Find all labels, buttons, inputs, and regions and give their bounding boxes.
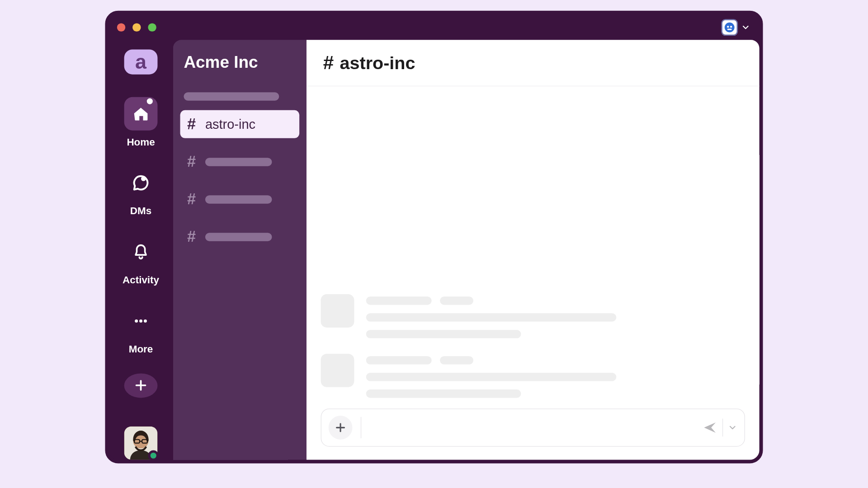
- rail-item-home[interactable]: Home: [124, 97, 158, 148]
- channel-name: astro-inc: [205, 117, 255, 132]
- channel-header-title: astro-inc: [340, 53, 415, 73]
- current-user-avatar[interactable]: [124, 427, 158, 460]
- channel-placeholder: [184, 92, 279, 100]
- home-icon-container: [124, 97, 158, 130]
- rail-label-activity: Activity: [123, 274, 159, 286]
- titlebar: [108, 14, 759, 40]
- message-input[interactable]: [370, 421, 694, 434]
- rail-item-activity[interactable]: Activity: [123, 235, 159, 286]
- message-line-placeholder: [366, 373, 617, 381]
- window-minimize-button[interactable]: [132, 23, 141, 31]
- message-time-placeholder: [440, 296, 473, 305]
- rail-item-more[interactable]: More: [124, 304, 158, 355]
- plus-icon: [133, 378, 148, 393]
- activity-icon-container: [124, 235, 158, 268]
- home-icon: [132, 104, 150, 122]
- message-composer: [321, 408, 745, 446]
- plus-icon: [334, 421, 347, 434]
- message-line-placeholder: [366, 330, 521, 338]
- chevron-down-icon: [741, 22, 750, 32]
- app-window: a Home: [105, 11, 763, 464]
- svg-point-5: [135, 319, 138, 322]
- chevron-down-icon: [728, 423, 737, 432]
- message-avatar-placeholder: [321, 294, 354, 328]
- conversation-pane: # astro-inc: [307, 40, 760, 460]
- workspace-tile-letter: a: [135, 50, 146, 73]
- svg-point-0: [725, 22, 735, 32]
- channel-name-placeholder: [205, 195, 272, 203]
- svg-point-1: [727, 25, 729, 27]
- dms-icon-container: [124, 166, 158, 199]
- message-line-placeholder: [366, 313, 617, 321]
- channel-name-placeholder: [205, 233, 272, 241]
- channel-name-placeholder: [205, 158, 272, 166]
- hash-icon: #: [186, 227, 197, 246]
- window-zoom-button[interactable]: [148, 23, 156, 31]
- message-placeholder: [321, 354, 745, 398]
- window-close-button[interactable]: [117, 23, 125, 31]
- channel-row-placeholder[interactable]: #: [180, 223, 300, 251]
- message-name-placeholder: [366, 296, 432, 305]
- channel-row-placeholder[interactable]: #: [180, 185, 300, 213]
- svg-rect-3: [727, 28, 732, 30]
- more-icon-container: [124, 304, 158, 338]
- nav-rail: a Home: [108, 40, 173, 460]
- svg-point-4: [141, 176, 146, 181]
- rail-label-home: Home: [127, 136, 155, 148]
- channel-sidebar: Acme Inc # astro-inc # # #: [173, 40, 307, 460]
- chat-bubble-icon: [132, 174, 150, 192]
- channel-list: # astro-inc # # #: [180, 92, 300, 251]
- send-button[interactable]: [702, 420, 717, 435]
- message-time-placeholder: [440, 356, 473, 364]
- hash-icon: #: [186, 115, 197, 133]
- send-icon: [702, 420, 717, 435]
- rail-label-dms: DMs: [130, 205, 151, 217]
- window-controls: [117, 23, 156, 31]
- bot-icon: [724, 22, 735, 33]
- bell-icon: [132, 243, 150, 261]
- svg-point-7: [144, 319, 147, 322]
- workspace-name[interactable]: Acme Inc: [180, 53, 300, 72]
- integration-menu-chevron[interactable]: [738, 22, 753, 32]
- message-placeholder: [321, 294, 745, 338]
- hash-icon: #: [186, 152, 197, 171]
- channel-row-selected[interactable]: # astro-inc: [180, 110, 300, 138]
- message-list: [307, 86, 760, 408]
- channel-row-placeholder[interactable]: #: [180, 148, 300, 176]
- home-unread-badge: [147, 98, 153, 104]
- workspace-tile[interactable]: a: [124, 49, 158, 74]
- presence-indicator-online: [148, 450, 159, 461]
- attach-button[interactable]: [329, 416, 353, 440]
- svg-point-6: [139, 319, 142, 322]
- divider: [722, 419, 723, 437]
- divider: [361, 417, 361, 438]
- rail-item-dms[interactable]: DMs: [124, 166, 158, 217]
- ellipsis-icon: [132, 312, 150, 330]
- rail-label-more: More: [129, 343, 153, 355]
- integration-avatar[interactable]: [721, 19, 738, 36]
- send-options-button[interactable]: [728, 423, 737, 432]
- message-avatar-placeholder: [321, 354, 354, 387]
- channel-header[interactable]: # astro-inc: [307, 40, 760, 86]
- create-new-button[interactable]: [124, 373, 158, 398]
- svg-point-2: [730, 25, 732, 27]
- message-name-placeholder: [366, 356, 432, 364]
- message-line-placeholder: [366, 389, 521, 398]
- hash-icon: #: [323, 52, 334, 74]
- hash-icon: #: [186, 190, 197, 208]
